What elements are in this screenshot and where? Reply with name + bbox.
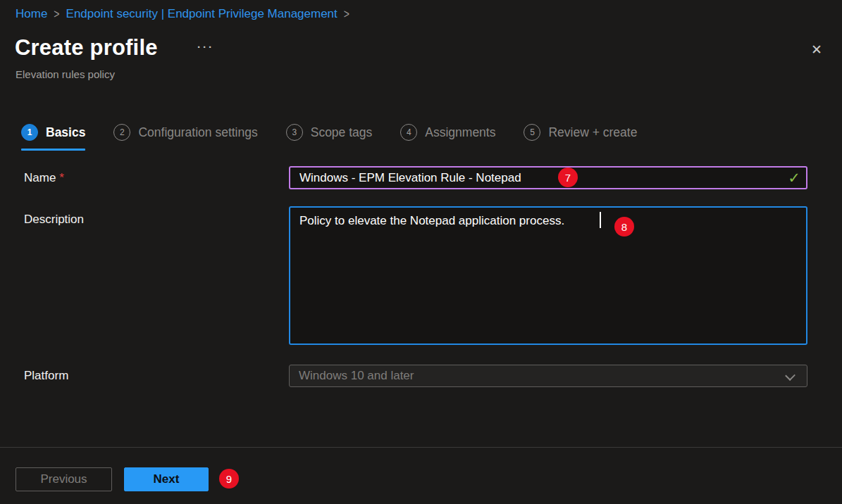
tab-label: Assignments xyxy=(425,125,495,140)
annotation-badge-7: 7 xyxy=(558,168,578,187)
create-profile-page: Home > Endpoint security | Endpoint Priv… xyxy=(0,0,842,504)
close-icon[interactable]: ✕ xyxy=(807,41,826,59)
platform-field-label: Platform xyxy=(24,369,68,383)
checkmark-icon: ✓ xyxy=(785,169,803,187)
name-input[interactable] xyxy=(289,166,807,189)
next-button[interactable]: Next xyxy=(124,467,209,491)
wizard-steps: 1 Basics 2 Configuration settings 3 Scop… xyxy=(21,124,637,151)
tab-review-create[interactable]: 5 Review + create xyxy=(524,124,637,151)
platform-select-value: Windows 10 and later xyxy=(299,369,414,383)
breadcrumb-chevron-icon: > xyxy=(54,7,59,21)
breadcrumb-chevron-icon: > xyxy=(344,7,349,21)
chevron-down-icon xyxy=(785,370,795,381)
annotation-badge-8: 8 xyxy=(614,217,634,237)
required-asterisk: * xyxy=(59,171,64,184)
description-textarea[interactable]: Policy to elevate the Notepad applicatio… xyxy=(289,206,807,345)
description-field-label: Description xyxy=(24,213,84,227)
page-title: Create profile xyxy=(15,35,158,61)
annotation-badge-9: 9 xyxy=(219,469,239,489)
step-number-badge: 3 xyxy=(286,124,303,141)
step-number-badge: 4 xyxy=(400,124,417,141)
breadcrumb-endpoint-security-link[interactable]: Endpoint security | Endpoint Privilege M… xyxy=(66,7,338,21)
tab-label: Basics xyxy=(46,125,85,140)
previous-button[interactable]: Previous xyxy=(16,467,112,491)
tab-configuration-settings[interactable]: 2 Configuration settings xyxy=(113,124,257,151)
step-number-badge: 1 xyxy=(21,124,38,141)
breadcrumb-home-link[interactable]: Home xyxy=(16,7,47,21)
platform-select: Windows 10 and later xyxy=(289,365,807,387)
breadcrumb: Home > Endpoint security | Endpoint Priv… xyxy=(16,7,356,21)
tab-assignments[interactable]: 4 Assignments xyxy=(400,124,495,151)
step-number-badge: 5 xyxy=(524,124,540,141)
name-field-label: Name* xyxy=(24,171,64,185)
step-number-badge: 2 xyxy=(113,124,130,141)
tab-basics[interactable]: 1 Basics xyxy=(21,124,85,151)
tab-label: Review + create xyxy=(548,125,637,140)
footer-divider xyxy=(0,447,842,448)
tab-scope-tags[interactable]: 3 Scope tags xyxy=(286,124,373,151)
page-subtitle: Elevation rules policy xyxy=(16,68,115,80)
more-options-icon[interactable]: ··· xyxy=(197,41,214,53)
tab-label: Configuration settings xyxy=(138,125,257,140)
tab-label: Scope tags xyxy=(311,125,373,140)
text-cursor xyxy=(600,212,601,228)
